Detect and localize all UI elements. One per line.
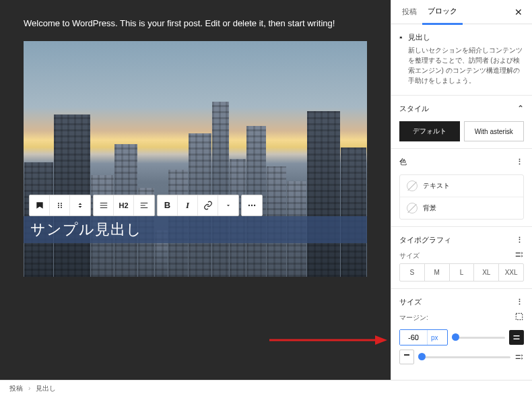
tb-options-icon[interactable] (242, 195, 262, 216)
tb-link-icon[interactable] (198, 195, 218, 216)
margin-side-icon[interactable] (399, 350, 414, 364)
tb-text-align-icon[interactable] (134, 195, 154, 216)
margin-slider[interactable] (452, 331, 505, 343)
color-bg-label: 背景 (423, 203, 436, 213)
typography-label: タイポグラフィ (399, 235, 451, 245)
svg-rect-12 (404, 354, 409, 356)
city-image (24, 93, 367, 277)
image-block[interactable]: H2 B I サンプル見出し (24, 41, 367, 277)
color-background-row[interactable]: 背景 (400, 197, 523, 219)
block-title: 見出し (408, 32, 524, 42)
heading-block-icon (399, 32, 403, 43)
size-s[interactable]: S (400, 264, 425, 281)
margin-slider-2[interactable] (418, 351, 510, 363)
size-xxl[interactable]: XXL (499, 264, 523, 281)
style-panel: スタイル ⌃ デフォルト With asterisk (391, 96, 532, 149)
svg-point-3 (61, 205, 62, 206)
svg-point-1 (61, 203, 62, 204)
margin-label: マージン: (399, 313, 428, 323)
style-panel-toggle[interactable]: スタイル ⌃ (399, 102, 524, 114)
style-label: スタイル (399, 104, 429, 114)
block-desc-text: 新しいセクションを紹介しコンテンツを整理することで、訪問者 (および検索エンジン… (408, 45, 524, 86)
slider-thumb[interactable] (418, 353, 426, 360)
svg-rect-11 (516, 313, 522, 319)
dim-options-icon[interactable]: ⋮ (516, 298, 524, 306)
dimensions-panel: サイズ ⋮ マージン: px (391, 289, 532, 371)
color-panel: 色 ⋮ テキスト 背景 (391, 149, 532, 227)
typography-panel: タイポグラフィ ⋮ サイズ S M L XL XXL (391, 227, 532, 289)
breadcrumb: 投稿 › 見出し (0, 380, 532, 396)
tb-heading-level[interactable]: H2 (114, 195, 134, 216)
color-text-row[interactable]: テキスト (400, 175, 523, 197)
tab-block[interactable]: ブロック (422, 0, 463, 25)
block-description: 見出し 新しいセクションを紹介しコンテンツを整理することで、訪問者 (および検索… (391, 24, 532, 96)
margin-unit[interactable]: px (427, 330, 442, 345)
tb-italic[interactable]: I (178, 195, 198, 216)
breadcrumb-separator: › (28, 385, 30, 392)
tab-post[interactable]: 投稿 (397, 0, 422, 24)
color-panel-head[interactable]: 色 ⋮ (399, 156, 524, 168)
dimensions-head[interactable]: サイズ ⋮ (399, 296, 524, 308)
tb-bold[interactable]: B (158, 195, 178, 216)
size-presets: S M L XL XXL (399, 263, 524, 282)
swatch-empty-icon (407, 180, 418, 191)
svg-point-2 (58, 205, 59, 206)
size-m[interactable]: M (425, 264, 450, 281)
block-toolbar: H2 B I (29, 195, 263, 216)
style-with-asterisk[interactable]: With asterisk (464, 121, 525, 141)
size-label: サイズ (399, 251, 420, 261)
slider-thumb[interactable] (452, 333, 459, 341)
annotation-arrow (269, 334, 387, 346)
block-type-icon[interactable] (30, 195, 50, 216)
size-l[interactable]: L (450, 264, 475, 281)
svg-marker-10 (375, 335, 387, 345)
crumb-post[interactable]: 投稿 (9, 384, 23, 393)
size-settings-icon[interactable] (514, 250, 524, 259)
chevron-up-icon: ⌃ (517, 104, 524, 113)
color-options-icon[interactable]: ⋮ (516, 158, 524, 166)
color-text-label: テキスト (423, 181, 450, 191)
style-default[interactable]: デフォルト (399, 121, 460, 141)
sidebar-tabs: 投稿 ブロック ✕ (391, 0, 532, 24)
paragraph-block[interactable]: Welcome to WordPress. This is your first… (24, 17, 367, 30)
svg-point-7 (251, 204, 253, 205)
typography-head[interactable]: タイポグラフィ ⋮ (399, 234, 524, 246)
unlink-sides-icon[interactable] (514, 312, 524, 321)
tb-more-chevron-icon[interactable] (218, 195, 238, 216)
margin-axial-icon[interactable] (509, 330, 524, 345)
crumb-heading[interactable]: 見出し (36, 384, 56, 393)
dimensions-label: サイズ (399, 297, 422, 307)
svg-point-4 (58, 207, 59, 208)
margin-value-input[interactable] (400, 330, 427, 345)
typo-options-icon[interactable]: ⋮ (516, 236, 524, 244)
svg-point-6 (248, 204, 250, 205)
color-label: 色 (399, 157, 407, 167)
svg-point-0 (58, 203, 59, 204)
size-xl[interactable]: XL (474, 264, 499, 281)
heading-block[interactable]: サンプル見出し (24, 216, 367, 243)
editor-canvas[interactable]: Welcome to WordPress. This is your first… (0, 0, 391, 380)
tb-align-icon[interactable] (94, 195, 114, 216)
slider-settings-icon[interactable] (514, 352, 524, 362)
swatch-empty-icon (407, 203, 418, 213)
svg-point-5 (61, 207, 62, 208)
heading-text[interactable]: サンプル見出し (30, 220, 142, 240)
tb-drag-icon[interactable] (50, 195, 70, 216)
svg-point-8 (254, 204, 255, 205)
margin-input-wrap: px (399, 329, 448, 345)
tb-move-icon[interactable] (70, 195, 90, 216)
close-icon[interactable]: ✕ (510, 4, 527, 20)
settings-sidebar: 投稿 ブロック ✕ 見出し 新しいセクションを紹介しコンテンツを整理することで、… (391, 0, 532, 380)
